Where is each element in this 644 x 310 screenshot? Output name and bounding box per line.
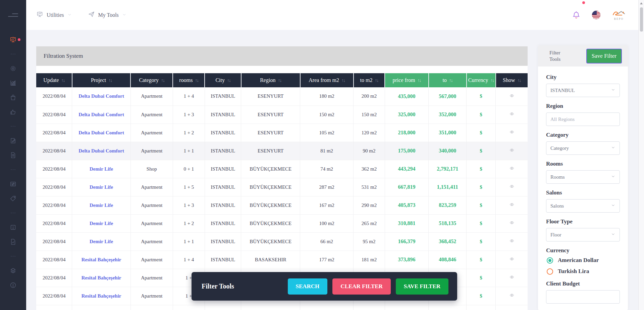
project-link[interactable]: Resital Bahçeşehir: [82, 257, 121, 262]
eye-icon[interactable]: [508, 148, 515, 152]
sidebar-item-thumbs-up-icon[interactable]: [0, 104, 26, 119]
sidebar-item-document-lines-icon[interactable]: [0, 148, 26, 162]
sidebar-item-box-alert-icon[interactable]: [0, 220, 26, 234]
sidebar-item-ellipsis-icon[interactable]: [0, 162, 26, 177]
project-link[interactable]: Demir Life: [90, 203, 113, 208]
sidebar-item-document-edit-icon[interactable]: [0, 133, 26, 148]
cell-project: Demir Life: [72, 160, 130, 178]
cell-project: Delta Dubai Comfort: [72, 105, 130, 124]
page-scrollbar[interactable]: [638, 0, 644, 310]
cell-area-from: 167 m2: [300, 196, 354, 214]
column-label: Update: [43, 77, 59, 83]
column-header-update[interactable]: Update↑↓: [36, 73, 72, 87]
sidebar-item-shopping-bag-icon[interactable]: [0, 90, 26, 104]
region-input[interactable]: [550, 117, 615, 122]
project-link[interactable]: Resital Bahçeşehir: [82, 293, 121, 299]
sidebar-item-ellipsis-icon[interactable]: [0, 47, 26, 61]
column-header-rooms[interactable]: rooms↑↓: [173, 73, 205, 87]
save-filter-button[interactable]: SAVE FILTER: [396, 278, 448, 295]
eye-icon[interactable]: [508, 293, 515, 298]
eye-icon[interactable]: [508, 184, 515, 189]
menu-utilities[interactable]: Utilities: [36, 11, 72, 19]
card-header: Filtration System: [36, 46, 528, 66]
sidebar-item-tag-icon[interactable]: [0, 191, 26, 206]
cell-price-to: 340,000: [429, 142, 467, 160]
eye-icon[interactable]: [508, 275, 515, 279]
column-header-category[interactable]: Category↑↓: [130, 73, 173, 87]
sidebar-item-ellipsis-icon[interactable]: [0, 206, 26, 220]
sidebar-item-ellipsis-icon[interactable]: [0, 249, 26, 263]
column-header-show[interactable]: Show↑↓: [496, 73, 528, 87]
project-link[interactable]: Delta Dubai Comfort: [78, 130, 124, 135]
sidebar-item-info-circle-icon[interactable]: [0, 278, 26, 292]
column-header-region[interactable]: Region↑↓: [241, 73, 300, 87]
language-flag-us-icon[interactable]: [592, 10, 601, 19]
cell-update: 2022/08/04: [36, 160, 72, 178]
cell-city: ISTANBUL: [205, 196, 241, 214]
eye-icon[interactable]: [508, 166, 515, 171]
radio-american-dollar[interactable]: American Dollar: [547, 257, 620, 264]
category-select[interactable]: Category: [546, 141, 620, 155]
sidebar-item-sliders-icon[interactable]: [0, 177, 26, 191]
sidebar-toggle-icon[interactable]: [8, 13, 18, 18]
column-header-project[interactable]: Project↑↓: [72, 73, 130, 87]
eye-icon[interactable]: [508, 257, 515, 261]
cell-price-to: 368,452: [429, 232, 467, 251]
eye-icon[interactable]: [508, 238, 515, 243]
radio-turkish-lira[interactable]: Turkish Lira: [547, 268, 620, 275]
column-header-currency[interactable]: Currency↑↓: [467, 73, 496, 87]
project-link[interactable]: Delta Dubai Comfort: [78, 148, 124, 153]
sort-arrows-icon: ↑↓: [161, 78, 164, 83]
cell-rooms: 1 + 5: [173, 178, 205, 196]
cell-show: [496, 269, 528, 287]
sidebar-item-presentation-chart-icon[interactable]: [0, 32, 26, 47]
eye-icon[interactable]: [508, 130, 515, 134]
city-select[interactable]: ISTANBUL: [546, 84, 620, 97]
brand-logo[interactable]: REPO: [611, 9, 626, 20]
client-budget-input[interactable]: [550, 294, 615, 300]
column-label: Area from m2: [309, 77, 339, 83]
cell-region: BÜYÜKÇEKMECE: [241, 160, 300, 178]
salons-select[interactable]: Salons: [546, 199, 620, 213]
eye-icon[interactable]: [508, 202, 515, 207]
cell-price-from: 325,000: [385, 105, 428, 124]
notifications-bell-icon[interactable]: [572, 10, 581, 20]
project-link[interactable]: Delta Dubai Comfort: [78, 93, 124, 99]
floor-type-select[interactable]: Floor: [546, 228, 620, 241]
project-link[interactable]: Demir Life: [90, 221, 113, 226]
sidebar-item-gear-icon[interactable]: [0, 61, 26, 76]
rooms-select[interactable]: Rooms: [546, 170, 620, 184]
table-row: 2022/08/04Demir LifeApartment1 + 2ISTANB…: [36, 214, 528, 232]
project-link[interactable]: Resital Bahçeşehir: [82, 275, 121, 280]
column-header-price-from[interactable]: price from↑↓: [385, 73, 428, 87]
project-link[interactable]: Demir Life: [90, 184, 113, 190]
sidebar-item-document-check-icon[interactable]: [0, 234, 26, 249]
filter-field-label: City: [546, 74, 620, 81]
menu-label: Utilities: [47, 12, 64, 18]
column-header-city[interactable]: City↑↓: [205, 73, 241, 87]
eye-icon[interactable]: [508, 112, 515, 116]
filter-field-salons: SalonsSalons: [546, 189, 620, 213]
column-header-to-m2[interactable]: to m2↑↓: [354, 73, 385, 87]
cell-region: BÜYÜKÇEKMECE: [241, 178, 300, 196]
scroll-up-arrow-icon[interactable]: [640, 2, 643, 4]
scrollbar-thumb[interactable]: [640, 7, 643, 32]
menu-my-tools[interactable]: My Tools: [88, 11, 126, 19]
clear-filter-button[interactable]: CLEAR FILTER: [332, 278, 391, 295]
eye-icon[interactable]: [508, 93, 515, 98]
project-link[interactable]: Demir Life: [90, 239, 113, 244]
cell-region: ESENYURT: [241, 124, 300, 142]
project-link[interactable]: Demir Life: [90, 166, 113, 172]
column-header-area-from-m2[interactable]: Area from m2↑↓: [300, 73, 354, 87]
filter-panel-header: Filter Tools Save Filter: [538, 45, 628, 67]
cell-city: ISTANBUL: [205, 160, 241, 178]
sidebar-item-layers-icon[interactable]: [0, 263, 26, 278]
column-header-to[interactable]: to↑↓: [429, 73, 467, 87]
column-label: to: [442, 77, 446, 83]
sidebar-item-ellipsis-icon[interactable]: [0, 119, 26, 133]
save-filter-button[interactable]: Save Filter: [586, 49, 622, 63]
sidebar-item-chart-growth-icon[interactable]: [0, 76, 26, 90]
project-link[interactable]: Delta Dubai Comfort: [78, 112, 124, 117]
eye-icon[interactable]: [508, 220, 515, 225]
search-button[interactable]: SEARCH: [288, 278, 328, 295]
